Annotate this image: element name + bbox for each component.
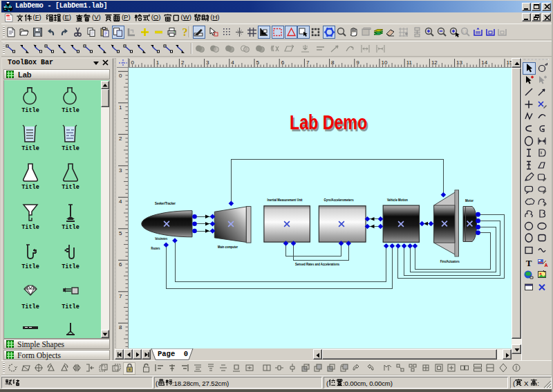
svg-text:0: 0 [131, 59, 135, 66]
svg-text:9: 9 [356, 59, 359, 66]
svg-text:1:1: 1:1 [462, 29, 468, 33]
svg-text:1: 1 [156, 59, 160, 66]
svg-text:14: 14 [481, 59, 487, 66]
svg-text:8: 8 [119, 324, 122, 330]
svg-text:2: 2 [181, 59, 185, 66]
svg-text:3: 3 [119, 167, 122, 174]
svg-text:1: 1 [119, 104, 122, 111]
svg-text:Gyro/Accelerometers: Gyro/Accelerometers [324, 198, 354, 202]
svg-text:Velocimeters: Velocimeters [155, 236, 167, 241]
svg-text:7: 7 [119, 293, 122, 299]
svg-text:5: 5 [119, 230, 122, 236]
svg-text:5: 5 [256, 59, 260, 66]
svg-text:Inertial Measurement Unit: Inertial Measurement Unit [268, 198, 303, 202]
svg-text:6: 6 [119, 261, 122, 268]
svg-text:15: 15 [507, 59, 512, 66]
svg-text:Sensed Rates and Accelerations: Sensed Rates and Accelerations [295, 262, 339, 266]
svg-text:6: 6 [281, 59, 285, 66]
svg-text:8: 8 [331, 59, 335, 66]
svg-text:Motor: Motor [465, 198, 474, 203]
svg-text:0: 0 [119, 73, 122, 79]
svg-text:T: T [525, 258, 532, 268]
svg-text:?: ? [182, 26, 188, 38]
svg-text:7: 7 [306, 59, 310, 66]
svg-text:10: 10 [382, 59, 388, 66]
svg-text:Seeker/Tracker: Seeker/Tracker [155, 201, 176, 205]
svg-text:12: 12 [431, 59, 438, 66]
svg-text:11: 11 [406, 59, 413, 66]
svg-text:4: 4 [119, 198, 122, 205]
svg-text:2: 2 [119, 136, 122, 142]
svg-text:Routers: Routers [151, 246, 160, 250]
svg-text:13: 13 [456, 59, 462, 66]
svg-text:Vehicle Motion: Vehicle Motion [387, 198, 408, 202]
svg-text:4: 4 [231, 59, 234, 66]
svg-text:A: A [544, 263, 547, 268]
svg-text:Main computer: Main computer [218, 245, 238, 249]
svg-text:Fins/Actuators: Fins/Actuators [440, 259, 460, 263]
svg-text:3: 3 [206, 59, 209, 66]
